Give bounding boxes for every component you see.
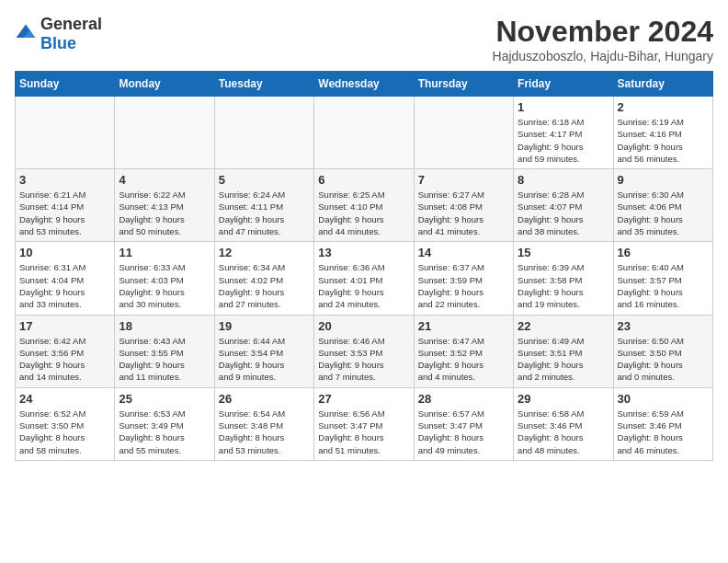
- day-number: 3: [19, 173, 110, 187]
- day-number: 23: [618, 319, 709, 333]
- day-info: Sunrise: 6:46 AM Sunset: 3:53 PM Dayligh…: [318, 335, 409, 384]
- calendar-body: 1Sunrise: 6:18 AM Sunset: 4:17 PM Daylig…: [16, 97, 713, 461]
- day-info: Sunrise: 6:49 AM Sunset: 3:51 PM Dayligh…: [518, 335, 609, 384]
- logo: General Blue: [15, 15, 102, 53]
- calendar-cell: 2Sunrise: 6:19 AM Sunset: 4:16 PM Daylig…: [613, 97, 712, 169]
- day-number: 8: [518, 173, 609, 187]
- calendar-cell: 20Sunrise: 6:46 AM Sunset: 3:53 PM Dayli…: [314, 315, 414, 387]
- day-info: Sunrise: 6:40 AM Sunset: 3:57 PM Dayligh…: [618, 261, 709, 310]
- day-number: 7: [418, 173, 509, 187]
- day-number: 28: [418, 392, 509, 406]
- calendar-cell: 17Sunrise: 6:42 AM Sunset: 3:56 PM Dayli…: [16, 315, 115, 387]
- day-info: Sunrise: 6:59 AM Sunset: 3:46 PM Dayligh…: [618, 408, 709, 456]
- day-number: 9: [618, 173, 709, 187]
- day-number: 4: [119, 173, 210, 187]
- day-info: Sunrise: 6:47 AM Sunset: 3:52 PM Dayligh…: [418, 335, 509, 384]
- calendar-cell: 30Sunrise: 6:59 AM Sunset: 3:46 PM Dayli…: [613, 387, 712, 460]
- calendar-cell: 6Sunrise: 6:25 AM Sunset: 4:10 PM Daylig…: [314, 169, 414, 242]
- calendar-cell: 7Sunrise: 6:27 AM Sunset: 4:08 PM Daylig…: [414, 169, 513, 242]
- day-info: Sunrise: 6:52 AM Sunset: 3:50 PM Dayligh…: [19, 408, 110, 456]
- logo-icon: [15, 23, 37, 45]
- day-number: 19: [219, 319, 310, 333]
- day-info: Sunrise: 6:39 AM Sunset: 3:58 PM Dayligh…: [518, 261, 609, 310]
- day-info: Sunrise: 6:50 AM Sunset: 3:50 PM Dayligh…: [618, 335, 709, 384]
- calendar-cell: [214, 97, 313, 169]
- calendar-header-row: SundayMondayTuesdayWednesdayThursdayFrid…: [16, 72, 713, 97]
- calendar-cell: [115, 97, 214, 169]
- day-number: 14: [418, 246, 509, 259]
- day-info: Sunrise: 6:21 AM Sunset: 4:14 PM Dayligh…: [19, 189, 110, 237]
- day-number: 27: [318, 392, 409, 406]
- day-info: Sunrise: 6:24 AM Sunset: 4:11 PM Dayligh…: [219, 189, 310, 237]
- calendar-day-header: Sunday: [16, 72, 115, 97]
- day-number: 18: [119, 319, 210, 333]
- day-number: 21: [418, 319, 509, 333]
- day-number: 20: [318, 319, 409, 333]
- calendar-cell: 25Sunrise: 6:53 AM Sunset: 3:49 PM Dayli…: [115, 387, 214, 460]
- day-info: Sunrise: 6:28 AM Sunset: 4:07 PM Dayligh…: [518, 189, 609, 237]
- calendar-day-header: Saturday: [613, 72, 712, 97]
- logo-text-general: General: [40, 15, 102, 33]
- day-number: 29: [518, 392, 609, 406]
- day-number: 1: [518, 100, 609, 114]
- calendar-cell: 24Sunrise: 6:52 AM Sunset: 3:50 PM Dayli…: [16, 387, 115, 460]
- calendar-week-row: 10Sunrise: 6:31 AM Sunset: 4:04 PM Dayli…: [16, 242, 713, 315]
- calendar-cell: 11Sunrise: 6:33 AM Sunset: 4:03 PM Dayli…: [115, 242, 214, 315]
- day-number: 11: [119, 246, 210, 259]
- calendar-day-header: Monday: [115, 72, 214, 97]
- calendar-cell: 3Sunrise: 6:21 AM Sunset: 4:14 PM Daylig…: [16, 169, 115, 242]
- calendar-week-row: 3Sunrise: 6:21 AM Sunset: 4:14 PM Daylig…: [16, 169, 713, 242]
- day-number: 26: [219, 392, 310, 406]
- day-number: 30: [618, 392, 709, 406]
- calendar-cell: [414, 97, 513, 169]
- day-number: 5: [219, 173, 310, 187]
- calendar-week-row: 1Sunrise: 6:18 AM Sunset: 4:17 PM Daylig…: [16, 97, 713, 169]
- day-info: Sunrise: 6:30 AM Sunset: 4:06 PM Dayligh…: [618, 189, 709, 237]
- calendar-cell: 14Sunrise: 6:37 AM Sunset: 3:59 PM Dayli…: [414, 242, 513, 315]
- day-info: Sunrise: 6:25 AM Sunset: 4:10 PM Dayligh…: [318, 189, 409, 237]
- day-info: Sunrise: 6:44 AM Sunset: 3:54 PM Dayligh…: [219, 335, 310, 384]
- day-number: 16: [618, 246, 709, 259]
- calendar-week-row: 24Sunrise: 6:52 AM Sunset: 3:50 PM Dayli…: [16, 387, 713, 460]
- day-info: Sunrise: 6:57 AM Sunset: 3:47 PM Dayligh…: [418, 408, 509, 456]
- day-info: Sunrise: 6:37 AM Sunset: 3:59 PM Dayligh…: [418, 261, 509, 310]
- calendar-day-header: Wednesday: [314, 72, 414, 97]
- calendar-cell: 27Sunrise: 6:56 AM Sunset: 3:47 PM Dayli…: [314, 387, 414, 460]
- day-info: Sunrise: 6:31 AM Sunset: 4:04 PM Dayligh…: [19, 261, 110, 310]
- calendar-cell: 1Sunrise: 6:18 AM Sunset: 4:17 PM Daylig…: [514, 97, 613, 169]
- day-info: Sunrise: 6:36 AM Sunset: 4:01 PM Dayligh…: [318, 261, 409, 310]
- day-info: Sunrise: 6:27 AM Sunset: 4:08 PM Dayligh…: [418, 189, 509, 237]
- calendar-cell: 13Sunrise: 6:36 AM Sunset: 4:01 PM Dayli…: [314, 242, 414, 315]
- day-info: Sunrise: 6:42 AM Sunset: 3:56 PM Dayligh…: [19, 335, 110, 384]
- day-number: 10: [19, 246, 110, 259]
- day-info: Sunrise: 6:19 AM Sunset: 4:16 PM Dayligh…: [618, 116, 709, 165]
- day-number: 25: [119, 392, 210, 406]
- day-info: Sunrise: 6:56 AM Sunset: 3:47 PM Dayligh…: [318, 408, 409, 456]
- calendar-cell: [16, 97, 115, 169]
- calendar-day-header: Tuesday: [214, 72, 313, 97]
- subtitle: Hajduszoboszlo, Hajdu-Bihar, Hungary: [493, 49, 713, 63]
- calendar-cell: 15Sunrise: 6:39 AM Sunset: 3:58 PM Dayli…: [514, 242, 613, 315]
- calendar-day-header: Thursday: [414, 72, 513, 97]
- calendar-cell: 9Sunrise: 6:30 AM Sunset: 4:06 PM Daylig…: [613, 169, 712, 242]
- day-number: 22: [518, 319, 609, 333]
- calendar-cell: 28Sunrise: 6:57 AM Sunset: 3:47 PM Dayli…: [414, 387, 513, 460]
- calendar-cell: 18Sunrise: 6:43 AM Sunset: 3:55 PM Dayli…: [115, 315, 214, 387]
- day-number: 13: [318, 246, 409, 259]
- main-title: November 2024: [493, 15, 713, 49]
- day-number: 2: [618, 100, 709, 114]
- calendar-cell: 16Sunrise: 6:40 AM Sunset: 3:57 PM Dayli…: [613, 242, 712, 315]
- calendar-cell: 10Sunrise: 6:31 AM Sunset: 4:04 PM Dayli…: [16, 242, 115, 315]
- day-number: 12: [219, 246, 310, 259]
- calendar-table: SundayMondayTuesdayWednesdayThursdayFrid…: [15, 71, 713, 461]
- day-number: 17: [19, 319, 110, 333]
- calendar-cell: 5Sunrise: 6:24 AM Sunset: 4:11 PM Daylig…: [214, 169, 313, 242]
- calendar-day-header: Friday: [514, 72, 613, 97]
- calendar-cell: [314, 97, 414, 169]
- day-info: Sunrise: 6:43 AM Sunset: 3:55 PM Dayligh…: [119, 335, 210, 384]
- calendar-week-row: 17Sunrise: 6:42 AM Sunset: 3:56 PM Dayli…: [16, 315, 713, 387]
- logo-text-blue: Blue: [40, 34, 76, 52]
- calendar-cell: 4Sunrise: 6:22 AM Sunset: 4:13 PM Daylig…: [115, 169, 214, 242]
- page-header: General Blue November 2024 Hajduszoboszl…: [15, 15, 713, 63]
- day-info: Sunrise: 6:53 AM Sunset: 3:49 PM Dayligh…: [119, 408, 210, 456]
